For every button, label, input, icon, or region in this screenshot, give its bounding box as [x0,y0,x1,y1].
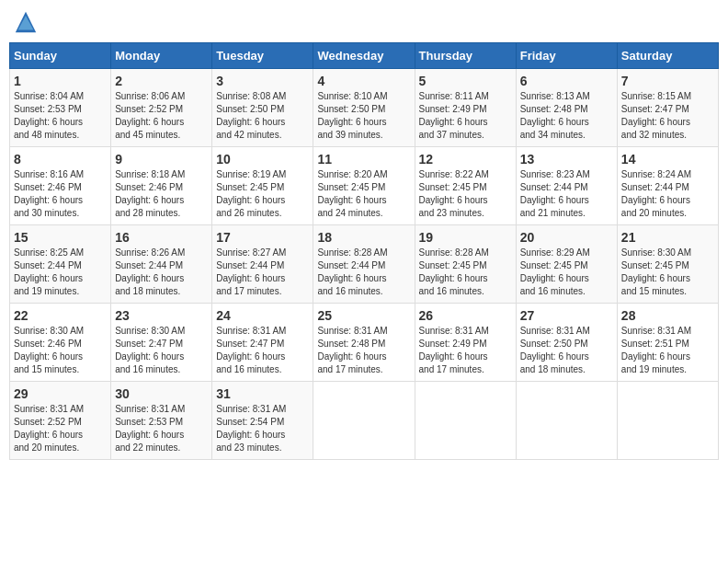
day-number: 13 [520,152,613,167]
calendar-day-cell: 1Sunrise: 8:04 AM Sunset: 2:53 PM Daylig… [10,69,111,147]
day-info: Sunrise: 8:31 AM Sunset: 2:48 PM Dayligh… [317,325,410,376]
calendar-day-cell: 31Sunrise: 8:31 AM Sunset: 2:54 PM Dayli… [212,382,313,460]
calendar-table: SundayMondayTuesdayWednesdayThursdayFrid… [9,42,719,460]
day-number: 16 [115,230,208,245]
day-info: Sunrise: 8:28 AM Sunset: 2:45 PM Dayligh… [419,247,512,298]
calendar-day-cell: 29Sunrise: 8:31 AM Sunset: 2:52 PM Dayli… [10,382,111,460]
calendar-day-cell: 23Sunrise: 8:30 AM Sunset: 2:47 PM Dayli… [111,304,212,382]
day-info: Sunrise: 8:15 AM Sunset: 2:47 PM Dayligh… [621,90,714,142]
column-header-tuesday: Tuesday [212,43,313,69]
calendar-day-cell: 2Sunrise: 8:06 AM Sunset: 2:52 PM Daylig… [111,69,212,147]
calendar-day-cell: 8Sunrise: 8:16 AM Sunset: 2:46 PM Daylig… [10,147,111,225]
column-header-thursday: Thursday [415,43,516,69]
day-info: Sunrise: 8:31 AM Sunset: 2:47 PM Dayligh… [216,325,309,376]
calendar-day-cell: 4Sunrise: 8:10 AM Sunset: 2:50 PM Daylig… [313,69,415,147]
day-number: 26 [419,308,512,323]
day-number: 28 [621,308,714,323]
calendar-day-cell: 16Sunrise: 8:26 AM Sunset: 2:44 PM Dayli… [111,225,212,304]
day-number: 24 [216,308,309,323]
day-number: 5 [419,74,512,88]
day-info: Sunrise: 8:06 AM Sunset: 2:52 PM Dayligh… [115,90,208,142]
day-number: 2 [115,74,208,88]
day-number: 15 [14,230,107,245]
day-info: Sunrise: 8:31 AM Sunset: 2:51 PM Dayligh… [621,325,714,376]
calendar-day-cell: 25Sunrise: 8:31 AM Sunset: 2:48 PM Dayli… [313,304,415,382]
day-info: Sunrise: 8:26 AM Sunset: 2:44 PM Dayligh… [115,247,208,298]
day-info: Sunrise: 8:18 AM Sunset: 2:46 PM Dayligh… [115,168,208,220]
day-info: Sunrise: 8:31 AM Sunset: 2:52 PM Dayligh… [14,403,107,454]
day-number: 20 [520,230,613,245]
header [9,9,719,35]
calendar-day-cell: 3Sunrise: 8:08 AM Sunset: 2:50 PM Daylig… [212,69,313,147]
day-info: Sunrise: 8:31 AM Sunset: 2:54 PM Dayligh… [216,403,309,454]
day-info: Sunrise: 8:10 AM Sunset: 2:50 PM Dayligh… [317,90,410,142]
day-info: Sunrise: 8:30 AM Sunset: 2:45 PM Dayligh… [621,247,714,298]
day-info: Sunrise: 8:30 AM Sunset: 2:46 PM Dayligh… [14,325,107,376]
day-number: 17 [216,230,309,245]
day-info: Sunrise: 8:29 AM Sunset: 2:45 PM Dayligh… [520,247,613,298]
day-info: Sunrise: 8:23 AM Sunset: 2:44 PM Dayligh… [520,168,613,220]
day-number: 8 [14,152,107,167]
day-number: 6 [520,74,613,88]
calendar-day-cell: 20Sunrise: 8:29 AM Sunset: 2:45 PM Dayli… [516,225,617,304]
calendar-day-cell: 9Sunrise: 8:18 AM Sunset: 2:46 PM Daylig… [111,147,212,225]
day-number: 9 [115,152,208,167]
calendar-day-cell: 15Sunrise: 8:25 AM Sunset: 2:44 PM Dayli… [10,225,111,304]
day-number: 4 [317,74,410,88]
day-number: 18 [317,230,410,245]
day-number: 3 [216,74,309,88]
day-info: Sunrise: 8:16 AM Sunset: 2:46 PM Dayligh… [14,168,107,220]
calendar-day-cell: 13Sunrise: 8:23 AM Sunset: 2:44 PM Dayli… [516,147,617,225]
column-header-monday: Monday [111,43,212,69]
day-number: 22 [14,308,107,323]
column-header-wednesday: Wednesday [313,43,415,69]
calendar-day-cell: 11Sunrise: 8:20 AM Sunset: 2:45 PM Dayli… [313,147,415,225]
empty-cell [415,382,516,460]
day-info: Sunrise: 8:24 AM Sunset: 2:44 PM Dayligh… [621,168,714,220]
calendar-day-cell: 30Sunrise: 8:31 AM Sunset: 2:53 PM Dayli… [111,382,212,460]
day-info: Sunrise: 8:31 AM Sunset: 2:53 PM Dayligh… [115,403,208,454]
day-number: 25 [317,308,410,323]
calendar-day-cell: 26Sunrise: 8:31 AM Sunset: 2:49 PM Dayli… [415,304,516,382]
empty-cell [313,382,415,460]
calendar-day-cell: 28Sunrise: 8:31 AM Sunset: 2:51 PM Dayli… [617,304,718,382]
day-number: 19 [419,230,512,245]
day-info: Sunrise: 8:04 AM Sunset: 2:53 PM Dayligh… [14,90,107,142]
calendar-day-cell: 6Sunrise: 8:13 AM Sunset: 2:48 PM Daylig… [516,69,617,147]
day-number: 27 [520,308,613,323]
day-number: 1 [14,74,107,88]
calendar-day-cell: 12Sunrise: 8:22 AM Sunset: 2:45 PM Dayli… [415,147,516,225]
empty-cell [516,382,617,460]
calendar-week-row: 1Sunrise: 8:04 AM Sunset: 2:53 PM Daylig… [10,69,719,147]
day-info: Sunrise: 8:30 AM Sunset: 2:47 PM Dayligh… [115,325,208,376]
column-header-friday: Friday [516,43,617,69]
calendar-day-cell: 18Sunrise: 8:28 AM Sunset: 2:44 PM Dayli… [313,225,415,304]
calendar-week-row: 15Sunrise: 8:25 AM Sunset: 2:44 PM Dayli… [10,225,719,304]
day-info: Sunrise: 8:31 AM Sunset: 2:50 PM Dayligh… [520,325,613,376]
calendar-day-cell: 22Sunrise: 8:30 AM Sunset: 2:46 PM Dayli… [10,304,111,382]
calendar-day-cell: 14Sunrise: 8:24 AM Sunset: 2:44 PM Dayli… [617,147,718,225]
calendar-day-cell: 10Sunrise: 8:19 AM Sunset: 2:45 PM Dayli… [212,147,313,225]
calendar-day-cell: 7Sunrise: 8:15 AM Sunset: 2:47 PM Daylig… [617,69,718,147]
day-number: 11 [317,152,410,167]
day-info: Sunrise: 8:22 AM Sunset: 2:45 PM Dayligh… [419,168,512,220]
calendar-day-cell: 19Sunrise: 8:28 AM Sunset: 2:45 PM Dayli… [415,225,516,304]
day-number: 30 [115,386,208,401]
calendar-day-cell: 24Sunrise: 8:31 AM Sunset: 2:47 PM Dayli… [212,304,313,382]
calendar-day-cell: 27Sunrise: 8:31 AM Sunset: 2:50 PM Dayli… [516,304,617,382]
day-info: Sunrise: 8:20 AM Sunset: 2:45 PM Dayligh… [317,168,410,220]
day-number: 31 [216,386,309,401]
logo-icon [13,9,39,35]
calendar-week-row: 29Sunrise: 8:31 AM Sunset: 2:52 PM Dayli… [10,382,719,460]
calendar-day-cell: 21Sunrise: 8:30 AM Sunset: 2:45 PM Dayli… [617,225,718,304]
day-number: 12 [419,152,512,167]
day-number: 23 [115,308,208,323]
calendar-day-cell: 17Sunrise: 8:27 AM Sunset: 2:44 PM Dayli… [212,225,313,304]
calendar-header-row: SundayMondayTuesdayWednesdayThursdayFrid… [10,43,719,69]
day-info: Sunrise: 8:27 AM Sunset: 2:44 PM Dayligh… [216,247,309,298]
calendar-day-cell: 5Sunrise: 8:11 AM Sunset: 2:49 PM Daylig… [415,69,516,147]
day-info: Sunrise: 8:13 AM Sunset: 2:48 PM Dayligh… [520,90,613,142]
day-number: 14 [621,152,714,167]
day-number: 21 [621,230,714,245]
day-number: 7 [621,74,714,88]
